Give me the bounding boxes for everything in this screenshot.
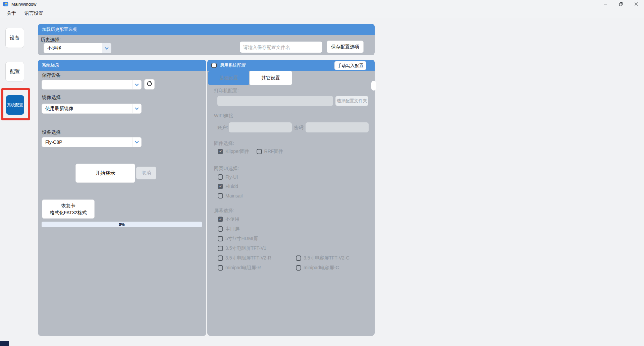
cancel-flash-button[interactable]: 取消 [136, 167, 156, 179]
title-bar: MainWindow [0, 0, 644, 8]
screen-serial-label: 串口屏 [225, 226, 239, 232]
tab-basic-settings[interactable]: 基础设置 [208, 71, 249, 85]
image-select-dropdown[interactable]: 使用最新镜像 [42, 104, 142, 114]
main-window: MainWindow 关于 语言设置 设备 配置 系统配置 加载历史配置选项 历… [0, 0, 644, 346]
refresh-icon [146, 80, 153, 88]
chevron-down-icon [132, 137, 141, 147]
restore-card-line2: 格式化FAT32格式 [50, 209, 87, 216]
flash-progress-text: 0% [119, 222, 124, 227]
image-select-value: 使用最新镜像 [42, 104, 132, 113]
history-panel-header: 加载历史配置选项 [38, 24, 375, 35]
flash-progress-bar: 0% [42, 222, 202, 227]
minimize-icon[interactable] [598, 0, 613, 8]
webui-flyui-checkbox[interactable] [218, 174, 223, 180]
enable-system-config-label: 启用系统配置 [220, 62, 246, 68]
taskbar-fragment [0, 341, 9, 346]
wifi-account-input[interactable] [229, 122, 292, 132]
printer-config-label: 打印机配置: [214, 88, 239, 94]
webui-select-label: 网页UI选择: [214, 166, 239, 172]
wifi-account-label: 账户: [217, 125, 228, 131]
webui-mainsail-checkbox[interactable] [218, 193, 223, 198]
chevron-down-icon [132, 104, 141, 113]
screen-tft-v1-label: 3.5寸电阻屏TFT-V1 [225, 245, 266, 251]
menu-bar: 关于 语言设置 [0, 8, 644, 18]
wifi-connect-label: WIFI连接: [214, 113, 234, 119]
storage-device-dropdown[interactable] [42, 80, 142, 90]
screen-serial-checkbox[interactable] [218, 226, 223, 232]
device-select-value: Fly-C8P [42, 137, 132, 147]
chevron-down-icon [102, 43, 111, 53]
firmware-klipper-checkbox[interactable] [218, 149, 223, 154]
close-icon[interactable] [629, 0, 644, 8]
config-filename-input[interactable] [240, 42, 322, 53]
screen-none-label: 不使用 [225, 216, 239, 222]
firmware-rrf-label: RRF固件 [264, 149, 283, 155]
screen-tft-v2r-label: 3.5寸电阻屏TFT-V2-R [225, 255, 271, 261]
device-select-dropdown[interactable]: Fly-C8P [42, 137, 142, 147]
refresh-storage-button[interactable] [144, 79, 155, 90]
sidebar-item-device[interactable]: 设备 [5, 28, 24, 48]
storage-device-value [42, 80, 132, 89]
firmware-select-label: 固件选择: [214, 140, 234, 147]
webui-flyui-label: Fly-UI [225, 174, 238, 180]
wifi-password-input[interactable] [306, 122, 369, 132]
flash-panel-header: 系统烧录 [38, 60, 206, 71]
sidebar-item-system-config[interactable]: 系统配置 [6, 95, 24, 115]
printer-config-input[interactable] [217, 96, 333, 106]
start-flash-button[interactable]: 开始烧录 [75, 164, 135, 183]
screen-hdmi-label: 5寸/7寸HDMI屏 [225, 236, 258, 242]
restore-card-line1: 恢复卡 [61, 202, 75, 209]
webui-fluidd-checkbox[interactable] [218, 184, 223, 189]
menu-item-about[interactable]: 关于 [5, 10, 17, 17]
history-select-value: 不选择 [44, 43, 102, 53]
screen-none-checkbox[interactable] [218, 217, 223, 222]
screen-minipad-c-label: minipad电容屏-C [304, 265, 339, 271]
history-select-label: 历史选择: [41, 37, 61, 43]
screen-minipad-r-label: minipad电阻屏-R [225, 265, 261, 271]
menu-item-language-settings[interactable]: 语言设置 [23, 10, 45, 17]
restore-icon[interactable] [613, 0, 629, 8]
webui-fluidd-label: Fluidd [225, 184, 238, 189]
panel-edge-notch [371, 81, 376, 91]
webui-mainsail-label: Mainsail [225, 193, 243, 198]
history-config-panel: 加载历史配置选项 历史选择: 不选择 保存配置选项 [38, 24, 375, 55]
screen-tft-v2c-label: 3.5寸电容屏TFT-V2-C [304, 255, 350, 261]
sidebar-item-config[interactable]: 配置 [5, 62, 24, 81]
screen-minipad-r-checkbox[interactable] [218, 265, 223, 271]
storage-device-label: 储存设备 [42, 72, 61, 78]
history-panel-title: 加载历史配置选项 [42, 26, 77, 33]
window-title: MainWindow [11, 2, 36, 7]
manual-write-config-button[interactable]: 手动写入配置 [334, 61, 366, 70]
system-config-panel: 启用系统配置 手动写入配置 基础设置 其它设置 打印机配置: 选择配置文件夹 W… [207, 60, 375, 336]
screen-hdmi-checkbox[interactable] [218, 236, 223, 241]
save-config-button[interactable]: 保存配置选项 [327, 41, 364, 53]
flash-panel-title: 系统烧录 [42, 62, 59, 68]
screen-minipad-c-checkbox[interactable] [296, 265, 301, 271]
restore-card-format-button[interactable]: 恢复卡 格式化FAT32格式 [42, 199, 95, 219]
firmware-rrf-checkbox[interactable] [257, 149, 262, 154]
wifi-password-label: 密码: [294, 125, 305, 131]
device-select-label: 设备选择 [42, 129, 61, 135]
screen-tft-v1-checkbox[interactable] [218, 246, 223, 251]
enable-system-config-checkbox[interactable] [211, 63, 217, 68]
firmware-klipper-label: Klipper固件 [225, 149, 250, 155]
system-flash-panel: 系统烧录 储存设备 镜像选择 使用最新镜像 设备选择 Fly-C8P 开始烧录 [38, 60, 206, 336]
history-select-dropdown[interactable]: 不选择 [44, 43, 111, 53]
chevron-down-icon [132, 80, 141, 89]
image-select-label: 镜像选择 [42, 95, 61, 101]
screen-tft-v2c-checkbox[interactable] [296, 255, 301, 261]
select-config-folder-button[interactable]: 选择配置文件夹 [335, 96, 368, 106]
window-controls [598, 0, 644, 8]
screen-select-label: 屏幕选择: [214, 208, 234, 214]
app-icon [3, 1, 9, 7]
screen-tft-v2r-checkbox[interactable] [218, 255, 223, 261]
tab-other-settings[interactable]: 其它设置 [250, 71, 292, 85]
